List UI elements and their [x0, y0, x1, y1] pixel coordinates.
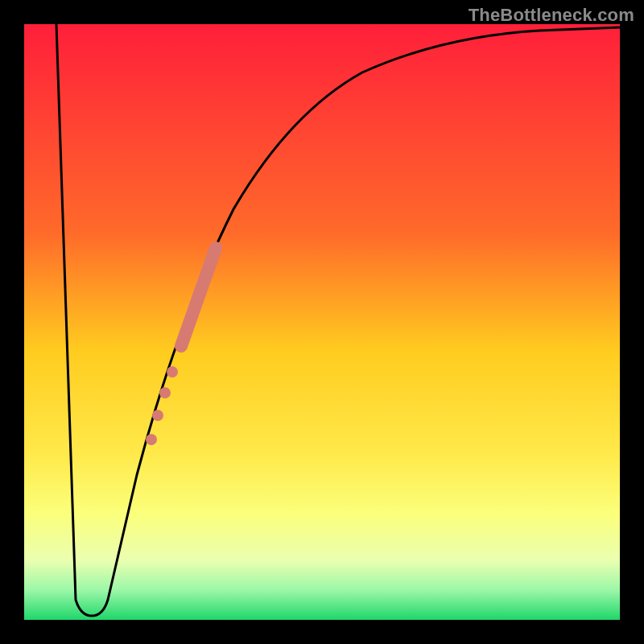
- marker-dot: [146, 434, 157, 445]
- curve-layer: [24, 24, 620, 620]
- chart-frame: TheBottleneck.com: [0, 0, 644, 644]
- highlight-markers: [146, 248, 216, 445]
- watermark-text: TheBottleneck.com: [469, 5, 634, 26]
- marker-capsule: [181, 248, 216, 346]
- marker-dot: [159, 387, 171, 398]
- plot-area: [24, 24, 620, 620]
- marker-dot: [167, 366, 178, 378]
- marker-dot: [152, 410, 163, 421]
- bottleneck-curve: [56, 24, 620, 616]
